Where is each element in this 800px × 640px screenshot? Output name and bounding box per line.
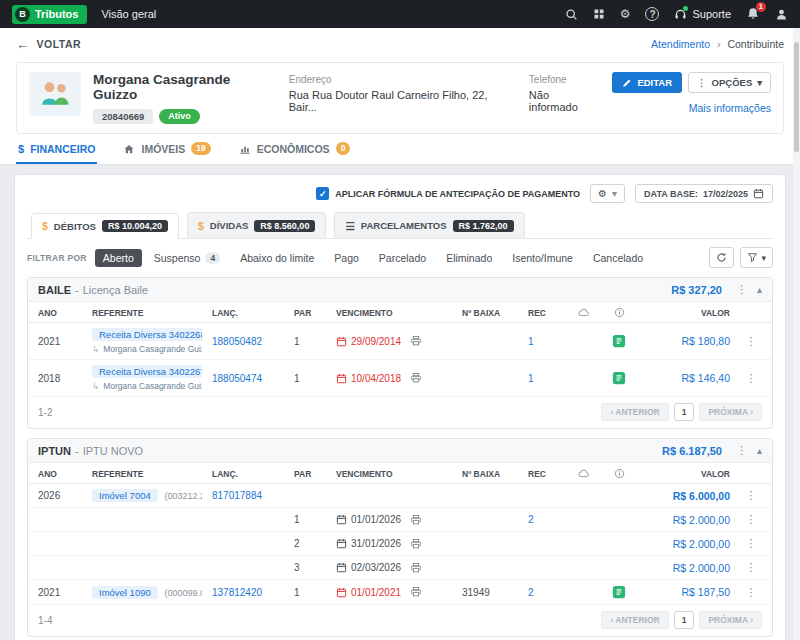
cell-rec[interactable]: 1 [528, 373, 560, 384]
section-menu-button[interactable]: ⋮ [736, 444, 747, 457]
section-menu-button[interactable]: ⋮ [736, 283, 747, 296]
cell-ano: 2026 [38, 490, 82, 501]
referente-chip[interactable]: Receita Diversa 34022684 [92, 328, 202, 341]
row-menu-button[interactable]: ⋮ [740, 537, 762, 550]
tab-financeiro[interactable]: $ FINANCEIRO [16, 134, 97, 164]
section-total[interactable]: R$ 6.187,50 [662, 445, 722, 457]
cell-rec[interactable]: 1 [528, 336, 560, 347]
breadcrumb-atendimento[interactable]: Atendimento [651, 38, 710, 50]
tab-debitos[interactable]: $ DÉBITOS R$ 10.004,20 [31, 213, 179, 239]
apps-grid-icon[interactable] [593, 8, 605, 20]
page-number-button[interactable]: 1 [674, 403, 695, 421]
col-referente: REFERENTE [92, 469, 202, 479]
parcelamentos-label: PARCELAMENTOS [361, 220, 447, 231]
table-row[interactable]: 2021 Receita Diversa 34022684 ↳ Morgana … [28, 323, 772, 360]
scrollbar-thumb[interactable] [794, 42, 799, 152]
filter-chip-abaixo-do-limite[interactable]: Abaixo do limite [232, 249, 322, 267]
notifications-bell-icon[interactable]: 1 [746, 7, 760, 21]
support-button[interactable]: Suporte [674, 8, 731, 21]
anticipation-checkbox-label[interactable]: ✓ APLICAR FÓRMULA DE ANTECIPAÇÃO DE PAGA… [316, 187, 580, 200]
document-icon[interactable] [606, 371, 632, 385]
document-icon[interactable] [606, 334, 632, 348]
account-user-icon[interactable] [775, 8, 788, 21]
table-row[interactable]: 2021 Imóvel 1090 (000099.0009.0011.0021.… [28, 580, 772, 605]
printer-icon[interactable] [410, 586, 422, 598]
services-gear-icon[interactable]: ⚙ [620, 7, 631, 21]
tab-imoveis[interactable]: IMÓVEIS 19 [121, 134, 212, 164]
cell-lancamento[interactable]: 817017884 [212, 490, 284, 501]
installment-row[interactable]: 3 02/03/2026 R$ 2.000,00 ⋮ [28, 556, 772, 580]
table-row[interactable]: 2018 Receita Diversa 34022677 ↳ Morgana … [28, 360, 772, 397]
collapse-chevron-icon[interactable]: ▴ [757, 284, 762, 295]
help-icon[interactable]: ? [645, 7, 659, 21]
section-header[interactable]: BAILE Licença Baile R$ 327,20 ⋮ ▴ [28, 278, 772, 302]
filter-button[interactable]: ▾ [740, 247, 773, 268]
options-button[interactable]: ⋮ OPÇÕES ▾ [688, 72, 771, 93]
filter-chip-aberto[interactable]: Aberto [95, 249, 142, 267]
row-menu-button[interactable]: ⋮ [740, 372, 762, 385]
search-icon[interactable] [565, 8, 578, 21]
referente-chip[interactable]: Imóvel 7004 [92, 489, 158, 502]
row-menu-button[interactable]: ⋮ [740, 489, 762, 502]
section-total[interactable]: R$ 327,20 [671, 284, 722, 296]
prev-page-button[interactable]: ‹ ANTERIOR [601, 403, 668, 421]
printer-icon[interactable] [410, 538, 422, 550]
table-row[interactable]: 2026 Imóvel 7004 (003212.2365.4460.7890.… [28, 484, 772, 508]
cell-valor[interactable]: R$ 146,40 [642, 372, 730, 384]
page-number-button[interactable]: 1 [674, 611, 695, 629]
next-page-button[interactable]: PRÓXIMA › [699, 403, 762, 421]
filter-chip-eliminado[interactable]: Eliminado [438, 249, 500, 267]
data-base-field[interactable]: DATA BASE: 17/02/2025 [635, 184, 773, 203]
filter-chip-cancelado[interactable]: Cancelado [585, 249, 651, 267]
cell-valor[interactable]: R$ 6.000,00 [642, 490, 730, 502]
cell-rec[interactable]: 2 [528, 587, 560, 598]
installment-row[interactable]: 2 31/01/2026 R$ 2.000,00 ⋮ [28, 532, 772, 556]
back-button[interactable]: ← VOLTAR [16, 37, 81, 52]
app-logo[interactable]: B Tributos [12, 5, 87, 24]
cell-valor[interactable]: R$ 2.000,00 [642, 514, 730, 526]
installment-row[interactable]: 1 01/01/2026 2 R$ 2.000,00 ⋮ [28, 508, 772, 532]
window-scrollbar[interactable] [793, 28, 800, 640]
filter-chip-pago[interactable]: Pago [326, 249, 367, 267]
refresh-button[interactable] [709, 247, 734, 268]
notification-badge: 1 [756, 2, 766, 12]
vencimento-date: 29/09/2014 [351, 336, 401, 347]
document-icon[interactable] [606, 585, 632, 599]
col-valor: VALOR [642, 469, 730, 479]
filter-chip-suspenso[interactable]: Suspenso 4 [146, 249, 228, 267]
referente-chip[interactable]: Imóvel 1090 [92, 586, 158, 599]
tab-parcelamentos[interactable]: ☰ PARCELAMENTOS R$ 1.762,00 [334, 212, 524, 238]
more-info-link[interactable]: Mais informações [689, 102, 771, 114]
cell-lancamento[interactable]: 137812420 [212, 587, 284, 598]
cell-rec[interactable]: 2 [528, 514, 560, 525]
row-menu-button[interactable]: ⋮ [740, 513, 762, 526]
sub-arrow-icon: ↳ [92, 381, 99, 391]
row-menu-button[interactable]: ⋮ [740, 335, 762, 348]
prev-page-button[interactable]: ‹ ANTERIOR [601, 611, 668, 629]
nav-visao-geral[interactable]: Visão geral [101, 8, 156, 20]
filter-chip-isento-imune[interactable]: Isento/Imune [504, 249, 581, 267]
cell-valor[interactable]: R$ 2.000,00 [642, 538, 730, 550]
printer-icon[interactable] [410, 335, 422, 347]
cell-lancamento[interactable]: 188050482 [212, 336, 284, 347]
row-menu-button[interactable]: ⋮ [740, 561, 762, 574]
printer-icon[interactable] [410, 514, 422, 526]
cell-valor[interactable]: R$ 2.000,00 [642, 562, 730, 574]
cell-valor[interactable]: R$ 187,50 [642, 586, 730, 598]
cell-valor[interactable]: R$ 180,80 [642, 335, 730, 347]
row-menu-button[interactable]: ⋮ [740, 586, 762, 599]
referente-sub: ↳ Morgana Casagrande Guizzo (035.117.779… [92, 381, 202, 391]
next-page-button[interactable]: PRÓXIMA › [699, 611, 762, 629]
edit-button[interactable]: EDITAR [612, 72, 682, 93]
collapse-chevron-icon[interactable]: ▴ [757, 445, 762, 456]
tab-economicos[interactable]: ECONÔMICOS 0 [237, 134, 353, 164]
checkbox-checked[interactable]: ✓ [316, 187, 329, 200]
section-header[interactable]: IPTUN IPTU NOVO R$ 6.187,50 ⋮ ▴ [28, 439, 772, 463]
settings-dropdown-button[interactable]: ⚙ ▾ [590, 184, 625, 203]
filter-chip-parcelado[interactable]: Parcelado [371, 249, 434, 267]
printer-icon[interactable] [410, 372, 422, 384]
tab-dividas[interactable]: $ DÍVIDAS R$ 8.560,00 [187, 212, 326, 238]
printer-icon[interactable] [410, 562, 422, 574]
referente-chip[interactable]: Receita Diversa 34022677 [92, 365, 202, 378]
cell-lancamento[interactable]: 188050474 [212, 373, 284, 384]
